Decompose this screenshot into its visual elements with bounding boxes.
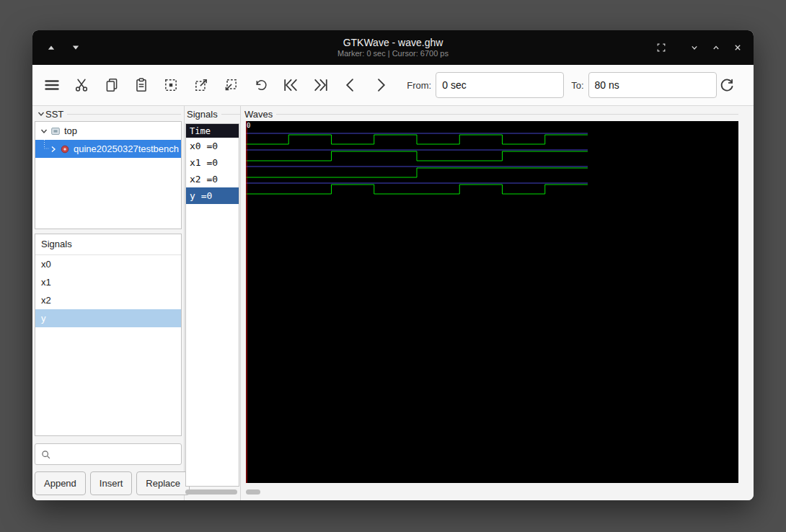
zoom-out-icon <box>223 77 239 93</box>
zoom-end-button[interactable] <box>310 74 331 97</box>
chevron-up-button[interactable] <box>706 37 726 58</box>
from-label: From: <box>407 80 431 91</box>
timescale-zero-label: 0 <box>247 122 250 129</box>
expander-right-icon[interactable] <box>49 145 58 154</box>
signal-item-x2[interactable]: x2 <box>35 291 181 309</box>
signals-panel-label: Signals <box>187 107 240 120</box>
copy-button[interactable] <box>101 74 122 97</box>
scissors-icon <box>74 77 89 93</box>
search-input[interactable] <box>51 443 181 465</box>
tree-item-top[interactable]: top <box>35 122 181 140</box>
component-icon <box>60 144 70 154</box>
copy-icon <box>104 77 120 93</box>
tree-guide-line <box>40 140 49 158</box>
triangle-up-icon <box>47 43 56 52</box>
waves-horizontal-scrollbar[interactable] <box>246 489 738 496</box>
waves-panel: Waves 0 <box>242 106 746 500</box>
titlebar-left-controls <box>32 37 86 58</box>
sst-expander-icon[interactable] <box>37 110 45 118</box>
marker-cursor-status: Marker: 0 sec | Cursor: 6700 ps <box>337 49 449 58</box>
next-edge-button[interactable] <box>370 74 391 97</box>
zoom-start-button[interactable] <box>281 74 301 97</box>
zoom-fit-button[interactable] <box>161 74 182 97</box>
titlebar-up-button[interactable] <box>41 37 61 58</box>
signal-row-x1[interactable]: x1 =0 <box>186 154 239 171</box>
signal-item-y[interactable]: y <box>35 309 181 327</box>
signals-horizontal-scrollbar[interactable] <box>185 489 239 496</box>
tree-item-testbench[interactable]: quine20250327testbench <box>35 140 181 158</box>
toolbar: From: To: <box>32 65 754 106</box>
from-input[interactable] <box>436 72 564 98</box>
zoom-out-button[interactable] <box>221 74 242 97</box>
zoom-in-button[interactable] <box>190 74 211 97</box>
to-label: To: <box>571 80 583 91</box>
zoom-undo-button[interactable] <box>250 74 271 97</box>
time-header: Time <box>186 124 239 138</box>
menu-button[interactable] <box>41 74 62 97</box>
chevron-left-icon <box>342 76 359 94</box>
paste-icon <box>133 77 149 93</box>
reload-icon <box>718 76 736 94</box>
tree-item-label: top <box>64 125 77 136</box>
signal-row-y[interactable]: y =0 <box>186 187 239 204</box>
paste-button[interactable] <box>131 74 151 97</box>
sst-tree: top quine20250327testbench <box>35 121 182 229</box>
chevron-right-icon <box>372 76 389 94</box>
search-icon <box>40 449 51 460</box>
signal-item-x1[interactable]: x1 <box>35 273 181 291</box>
window-title: GTKWave - wave.ghw <box>343 37 443 48</box>
module-icon <box>50 126 61 136</box>
chevron-down-icon <box>689 42 700 53</box>
triangle-down-icon <box>71 43 80 52</box>
chevron-down-button[interactable] <box>684 37 705 58</box>
chevron-up-icon <box>710 42 722 53</box>
signal-names-box: Time x0 =0 x1 =0 x2 =0 y =0 <box>185 123 239 487</box>
append-button[interactable]: Append <box>35 471 86 495</box>
scrollbar-thumb[interactable] <box>246 489 260 495</box>
zoom-fit-icon <box>163 77 179 93</box>
titlebar-titles: GTKWave - wave.ghw Marker: 0 sec | Curso… <box>32 30 754 65</box>
to-input[interactable] <box>588 72 717 98</box>
signal-item-x0[interactable]: x0 <box>35 255 181 273</box>
zoom-to-start-icon <box>282 76 299 94</box>
waveform-drawing <box>246 121 738 483</box>
zoom-undo-icon <box>253 77 269 93</box>
titlebar[interactable]: GTKWave - wave.ghw Marker: 0 sec | Curso… <box>32 30 754 65</box>
signal-search-box <box>35 443 182 465</box>
titlebar-right-controls <box>651 30 748 65</box>
signals-panel: Signals Time x0 =0 x1 =0 x2 =0 y =0 <box>185 106 240 500</box>
scrollbar-thumb[interactable] <box>185 489 237 495</box>
cut-button[interactable] <box>71 74 92 97</box>
zoom-in-icon <box>193 77 209 93</box>
signal-row-x2[interactable]: x2 =0 <box>186 171 239 187</box>
sst-header: SST <box>37 107 181 120</box>
replace-button[interactable]: Replace <box>136 471 190 495</box>
menu-icon <box>43 76 61 94</box>
signals-list-header: Signals <box>35 234 181 255</box>
close-icon <box>732 42 743 53</box>
wave-canvas[interactable]: 0 <box>246 121 738 483</box>
main-content: SST top <box>32 106 754 500</box>
sst-label: SST <box>45 109 63 120</box>
zoom-to-end-icon <box>312 76 330 94</box>
reload-button[interactable] <box>717 74 738 97</box>
gtkwave-window: GTKWave - wave.ghw Marker: 0 sec | Curso… <box>32 30 754 500</box>
sst-buttons: Append Insert Replace <box>35 471 190 495</box>
fit-window-button[interactable] <box>651 37 671 58</box>
titlebar-down-button[interactable] <box>66 37 86 58</box>
waves-panel-label: Waves <box>244 107 738 120</box>
sst-signals-list: Signals x0 x1 x2 y <box>35 234 182 436</box>
prev-edge-button[interactable] <box>340 74 361 97</box>
close-button[interactable] <box>728 37 748 58</box>
signal-row-x0[interactable]: x0 =0 <box>186 138 239 154</box>
tree-item-label: quine20250327testbench <box>74 143 179 154</box>
expander-down-icon[interactable] <box>40 127 48 136</box>
sst-panel: SST top <box>32 106 184 500</box>
insert-button[interactable]: Insert <box>90 471 133 495</box>
fit-window-icon <box>655 42 667 53</box>
